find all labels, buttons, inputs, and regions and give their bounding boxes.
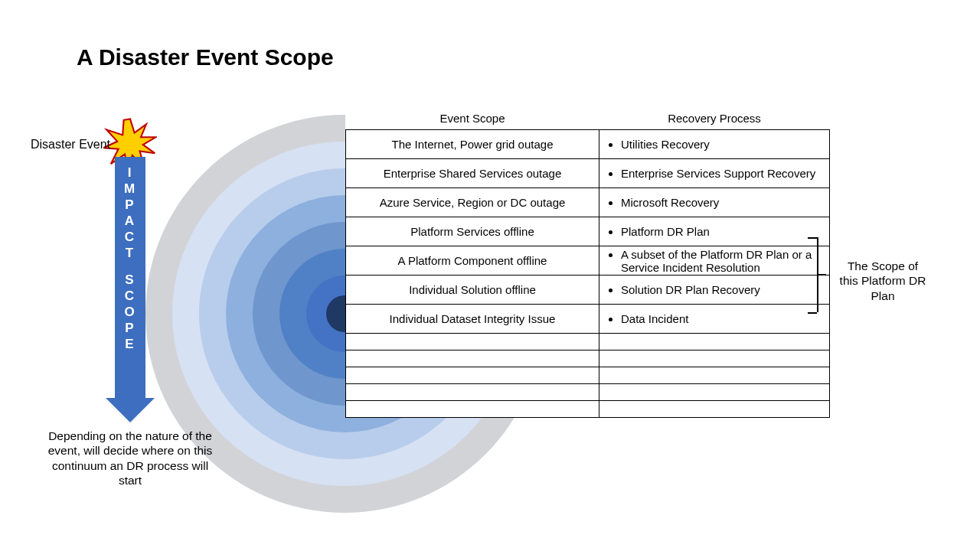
- table-row: Platform Services offlinePlatform DR Pla…: [346, 217, 830, 246]
- table-row: Enterprise Shared Services outageEnterpr…: [346, 159, 830, 188]
- header-recovery-process: Recovery Process: [599, 107, 830, 130]
- event-scope-cell: Enterprise Shared Services outage: [346, 159, 599, 188]
- event-scope-cell: Individual Dataset Integrity Issue: [346, 305, 599, 334]
- event-scope-cell: [346, 384, 599, 401]
- table-row: The Internet, Power grid outageUtilities…: [346, 130, 830, 159]
- table-row: [346, 401, 830, 418]
- table-row: [346, 350, 830, 367]
- disaster-event-label: Disaster Event: [31, 138, 110, 152]
- table-row: [346, 384, 830, 401]
- table-row: Individual Solution offlineSolution DR P…: [346, 276, 830, 305]
- impact-arrow-caption: Depending on the nature of the event, wi…: [46, 429, 214, 488]
- table-row: [346, 367, 830, 384]
- page-title: A Disaster Event Scope: [77, 44, 334, 70]
- recovery-process-cell: [599, 367, 830, 384]
- event-scope-cell: [346, 401, 599, 418]
- recovery-process-cell: A subset of the Platform DR Plan or a Se…: [599, 246, 830, 276]
- impact-arrow-shaft: IMPACT SCOPE: [115, 157, 145, 398]
- recovery-process-cell: [599, 350, 830, 367]
- recovery-process-cell: Enterprise Services Support Recovery: [599, 159, 830, 188]
- impact-arrow-head: [106, 398, 155, 422]
- table-header-row: Event Scope Recovery Process: [346, 107, 830, 130]
- scope-bracket: [808, 237, 831, 314]
- recovery-process-cell: Microsoft Recovery: [599, 188, 830, 217]
- recovery-process-cell: Platform DR Plan: [599, 217, 830, 246]
- recovery-process-cell: Data Incident: [599, 305, 830, 334]
- bracket-label: The Scope of this Platform DR Plan: [837, 259, 929, 303]
- event-scope-cell: The Internet, Power grid outage: [346, 130, 599, 159]
- event-scope-cell: A Platform Component offline: [346, 246, 599, 276]
- header-event-scope: Event Scope: [346, 107, 599, 130]
- event-scope-cell: [346, 334, 599, 350]
- recovery-process-cell: [599, 384, 830, 401]
- table-row: [346, 334, 830, 350]
- event-scope-cell: Platform Services offline: [346, 217, 599, 246]
- event-scope-cell: Azure Service, Region or DC outage: [346, 188, 599, 217]
- table-row: Azure Service, Region or DC outageMicros…: [346, 188, 830, 217]
- recovery-process-cell: [599, 401, 830, 418]
- recovery-process-cell: [599, 334, 830, 350]
- table-row: A Platform Component offlineA subset of …: [346, 246, 830, 276]
- event-scope-cell: [346, 350, 599, 367]
- scope-table: Event Scope Recovery Process The Interne…: [345, 107, 830, 418]
- table-row: Individual Dataset Integrity IssueData I…: [346, 305, 830, 334]
- event-scope-cell: [346, 367, 599, 384]
- event-scope-cell: Individual Solution offline: [346, 276, 599, 305]
- recovery-process-cell: Solution DR Plan Recovery: [599, 276, 830, 305]
- recovery-process-cell: Utilities Recovery: [599, 130, 830, 159]
